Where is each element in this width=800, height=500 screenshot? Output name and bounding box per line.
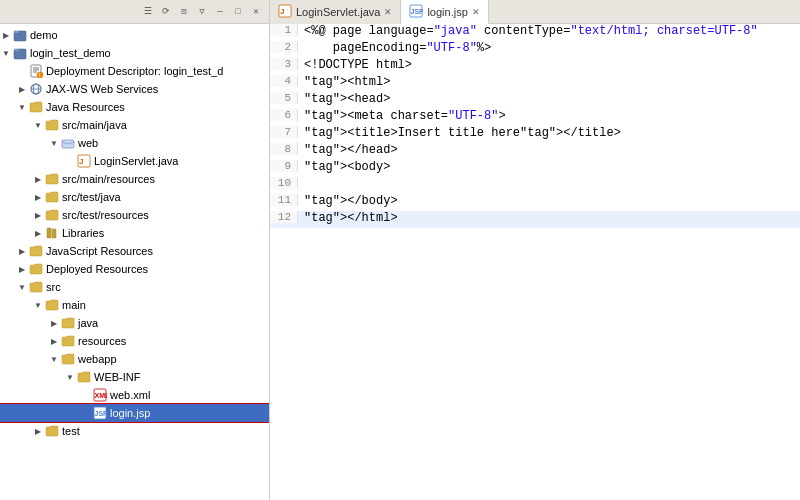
editor-tab-LoginServlet-tab[interactable]: JLoginServlet.java ✕ xyxy=(270,0,401,24)
tree-item-login_test_demo[interactable]: ▼login_test_demo xyxy=(0,44,269,62)
tree-item-label: main xyxy=(62,299,265,311)
tree-item-label: Java Resources xyxy=(46,101,265,113)
tree-item-src-main-java[interactable]: ▼src/main/java xyxy=(0,116,269,134)
tree-item-label: resources xyxy=(78,335,265,347)
maximize-icon[interactable]: □ xyxy=(231,5,245,19)
tree-item-src[interactable]: ▼src xyxy=(0,278,269,296)
tree-item-webapp[interactable]: ▼webapp xyxy=(0,350,269,368)
folder-src-icon xyxy=(44,189,60,205)
line-content: "tag"></html> xyxy=(298,211,800,225)
tree-toggle[interactable]: ▶ xyxy=(32,209,44,221)
tree-toggle[interactable]: ▶ xyxy=(32,173,44,185)
tree-item-web-package[interactable]: ▼web xyxy=(0,134,269,152)
folder-src-icon xyxy=(60,315,76,331)
tree-item-label: WEB-INF xyxy=(94,371,265,383)
code-line-4: 4"tag"><html> xyxy=(270,75,800,92)
tree-item-label: JavaScript Resources xyxy=(46,245,265,257)
tree-toggle[interactable]: ▶ xyxy=(0,29,12,41)
tree-toggle[interactable] xyxy=(16,65,28,77)
tree-toggle[interactable]: ▼ xyxy=(64,371,76,383)
folder-icon xyxy=(76,369,92,385)
main-layout: ☰ ⟳ ⊡ ▽ — □ ✕ ▶demo▼login_test_demo!Depl… xyxy=(0,0,800,500)
sync-icon[interactable]: ⟳ xyxy=(159,5,173,19)
jsp-tab-icon: JSP xyxy=(409,4,423,20)
tree-toggle[interactable]: ▶ xyxy=(32,425,44,437)
line-content: "tag"><title>Insert title here"tag"></ti… xyxy=(298,126,800,140)
tree-toggle[interactable]: ▼ xyxy=(32,299,44,311)
tree-item-label: Deployed Resources xyxy=(46,263,265,275)
minimize-icon[interactable]: — xyxy=(213,5,227,19)
tree-item-web-xml[interactable]: XMLweb.xml xyxy=(0,386,269,404)
tree-item-jax-ws[interactable]: ▶JAX-WS Web Services xyxy=(0,80,269,98)
line-number: 1 xyxy=(270,24,298,36)
line-number: 8 xyxy=(270,143,298,155)
jsp-icon: JSP xyxy=(92,405,108,421)
editor-tab-login-jsp-tab[interactable]: JSPlogin.jsp ✕ xyxy=(401,0,488,24)
tree-toggle[interactable]: ▼ xyxy=(16,101,28,113)
folder-icon xyxy=(28,261,44,277)
editor-panel: JLoginServlet.java ✕JSPlogin.jsp ✕ 1<%@ … xyxy=(270,0,800,500)
tree-item-src-main-resources[interactable]: ▶src/main/resources xyxy=(0,170,269,188)
tree-toggle[interactable] xyxy=(80,407,92,419)
line-number: 11 xyxy=(270,194,298,206)
tree-item-label: web xyxy=(78,137,265,149)
tree-item-test[interactable]: ▶test xyxy=(0,422,269,440)
tree-toggle[interactable] xyxy=(64,155,76,167)
svg-rect-17 xyxy=(52,229,56,238)
svg-rect-1 xyxy=(14,31,19,33)
tab-close-icon[interactable]: ✕ xyxy=(472,7,480,17)
tab-close-icon[interactable]: ✕ xyxy=(384,7,392,17)
line-content: "tag"><body> xyxy=(298,160,800,174)
tree-item-label: src/test/resources xyxy=(62,209,265,221)
code-line-9: 9"tag"><body> xyxy=(270,160,800,177)
folder-src-icon xyxy=(44,171,60,187)
tree-item-demo[interactable]: ▶demo xyxy=(0,26,269,44)
tree-item-label: login_test_demo xyxy=(30,47,265,59)
code-line-1: 1<%@ page language="java" contentType="t… xyxy=(270,24,800,41)
tree-item-login-jsp[interactable]: JSPlogin.jsp xyxy=(0,404,269,422)
tree-item-src-test-java[interactable]: ▶src/test/java xyxy=(0,188,269,206)
tree-item-deployment_descriptor[interactable]: !Deployment Descriptor: login_test_d xyxy=(0,62,269,80)
tree-item-main[interactable]: ▼main xyxy=(0,296,269,314)
tree-item-label: java xyxy=(78,317,265,329)
line-content: <%@ page language="java" contentType="te… xyxy=(298,24,800,38)
line-number: 6 xyxy=(270,109,298,121)
tree-toggle[interactable]: ▼ xyxy=(0,47,12,59)
tree-toggle[interactable]: ▼ xyxy=(48,137,60,149)
tree-toggle[interactable]: ▼ xyxy=(48,353,60,365)
tree-item-libraries[interactable]: ▶Libraries xyxy=(0,224,269,242)
tree-item-js-resources[interactable]: ▶JavaScript Resources xyxy=(0,242,269,260)
tree-item-WEB-INF[interactable]: ▼WEB-INF xyxy=(0,368,269,386)
link-icon[interactable]: ⊡ xyxy=(177,5,191,19)
tree-item-java2[interactable]: ▶java xyxy=(0,314,269,332)
tree-item-deployed-resources[interactable]: ▶Deployed Resources xyxy=(0,260,269,278)
tree-toggle[interactable] xyxy=(80,389,92,401)
line-number: 2 xyxy=(270,41,298,53)
tree-item-resources2[interactable]: ▶resources xyxy=(0,332,269,350)
tree-toggle[interactable]: ▶ xyxy=(48,335,60,347)
line-number: 10 xyxy=(270,177,298,189)
tree-toggle[interactable]: ▶ xyxy=(16,245,28,257)
tree-toggle[interactable]: ▼ xyxy=(32,119,44,131)
line-number: 7 xyxy=(270,126,298,138)
close-panel-icon[interactable]: ✕ xyxy=(249,5,263,19)
tree-item-label: demo xyxy=(30,29,265,41)
editor-content[interactable]: 1<%@ page language="java" contentType="t… xyxy=(270,24,800,500)
tree-item-label: LoginServlet.java xyxy=(94,155,265,167)
line-content: "tag"><html> xyxy=(298,75,800,89)
code-line-5: 5"tag"><head> xyxy=(270,92,800,109)
tree-item-src-test-resources[interactable]: ▶src/test/resources xyxy=(0,206,269,224)
svg-text:JSP: JSP xyxy=(95,410,108,417)
collapse-icon[interactable]: ☰ xyxy=(141,5,155,19)
java-tab-icon: J xyxy=(278,4,292,20)
tree-item-label: webapp xyxy=(78,353,265,365)
tree-toggle[interactable]: ▶ xyxy=(16,83,28,95)
tree-item-LoginServlet[interactable]: JLoginServlet.java xyxy=(0,152,269,170)
tree-toggle[interactable]: ▶ xyxy=(32,227,44,239)
tree-item-java-resources[interactable]: ▼Java Resources xyxy=(0,98,269,116)
tree-toggle[interactable]: ▶ xyxy=(32,191,44,203)
tree-toggle[interactable]: ▼ xyxy=(16,281,28,293)
tree-toggle[interactable]: ▶ xyxy=(48,317,60,329)
menu-down-icon[interactable]: ▽ xyxy=(195,5,209,19)
tree-toggle[interactable]: ▶ xyxy=(16,263,28,275)
